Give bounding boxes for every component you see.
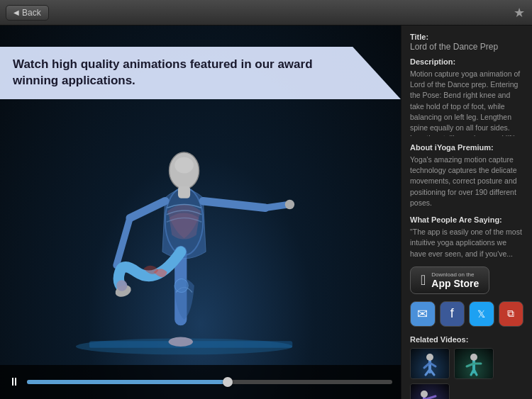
people-section: What People Are Saying: "The app is easi… [410, 215, 523, 259]
related-videos-section: Related Videos: [410, 335, 523, 399]
banner-text: Watch high quality animations featured i… [13, 57, 313, 87]
svg-point-14 [174, 279, 188, 292]
description-text: Motion capture yoga animation of Lord of… [410, 69, 523, 136]
right-panel: Title: Lord of the Dance Prep Descriptio… [401, 26, 532, 399]
people-label: What People Are Saying: [410, 215, 523, 224]
star-icon: ★ [514, 6, 525, 20]
people-text: "The app is easily one of the most intui… [410, 227, 523, 259]
svg-line-11 [116, 218, 130, 266]
pause-icon: ⏸ [9, 376, 20, 388]
thumb-figure-3 [414, 386, 445, 399]
related-thumb-2[interactable] [454, 348, 494, 379]
appstore-text-block: Download on the App Store [431, 271, 479, 289]
svg-point-17 [426, 354, 433, 361]
title-value: Lord of the Dance Prep [410, 42, 523, 52]
svg-line-27 [474, 369, 477, 375]
progress-bar-track[interactable] [27, 380, 392, 384]
back-label: Back [22, 8, 41, 18]
email-icon: ✉ [417, 306, 428, 322]
svg-line-7 [203, 201, 265, 208]
back-button[interactable]: Back [6, 5, 49, 21]
video-panel: Watch high quality animations featured i… [0, 26, 401, 399]
progress-bar-fill [27, 380, 228, 384]
svg-rect-6 [178, 186, 190, 198]
pause-button[interactable]: ⏸ [9, 376, 20, 388]
about-text: Yoga's amazing motion capture technology… [410, 154, 523, 208]
svg-point-9 [285, 200, 294, 209]
related-thumb-1[interactable] [410, 348, 450, 379]
related-label: Related Videos: [410, 335, 523, 344]
share-button[interactable]: ⧉ [499, 301, 524, 327]
appstore-button[interactable]:  Download on the App Store [410, 266, 489, 294]
svg-point-23 [470, 354, 477, 361]
yoga-figure-svg [43, 62, 312, 360]
progress-knob[interactable] [223, 377, 233, 387]
title-label: Title: [410, 33, 523, 41]
main-content: Watch high quality animations featured i… [0, 26, 532, 399]
share-icon: ⧉ [507, 308, 514, 320]
title-section: Title: Lord of the Dance Prep [410, 33, 523, 52]
thumb-figure-1 [419, 351, 441, 376]
banner-overlay: Watch high quality animations featured i… [0, 47, 401, 99]
description-section: Description: Motion capture yoga animati… [410, 57, 523, 136]
twitter-button[interactable]: 𝕏 [469, 301, 494, 327]
related-videos-row [410, 348, 523, 399]
social-row: ✉ f 𝕏 ⧉ [410, 301, 523, 327]
svg-point-29 [421, 390, 428, 398]
facebook-button[interactable]: f [440, 301, 465, 327]
svg-line-10 [130, 201, 165, 218]
svg-point-15 [169, 337, 193, 347]
favorite-button[interactable]: ★ [514, 5, 525, 21]
description-label: Description: [410, 57, 523, 66]
apple-icon:  [421, 273, 426, 287]
video-controls: ⏸ [0, 365, 401, 399]
svg-point-5 [174, 157, 194, 174]
about-section: About iYoga Premium: Yoga's amazing moti… [410, 143, 523, 208]
about-label: About iYoga Premium: [410, 143, 523, 152]
facebook-icon: f [450, 306, 454, 321]
twitter-icon: 𝕏 [477, 308, 485, 320]
svg-point-13 [116, 280, 127, 291]
email-button[interactable]: ✉ [410, 301, 436, 327]
thumb-figure-2 [462, 351, 485, 376]
related-thumb-3[interactable] [410, 383, 450, 399]
appstore-small-text: Download on the [431, 271, 479, 278]
appstore-big-text: App Store [431, 278, 479, 289]
top-bar: Back ★ [0, 0, 532, 26]
